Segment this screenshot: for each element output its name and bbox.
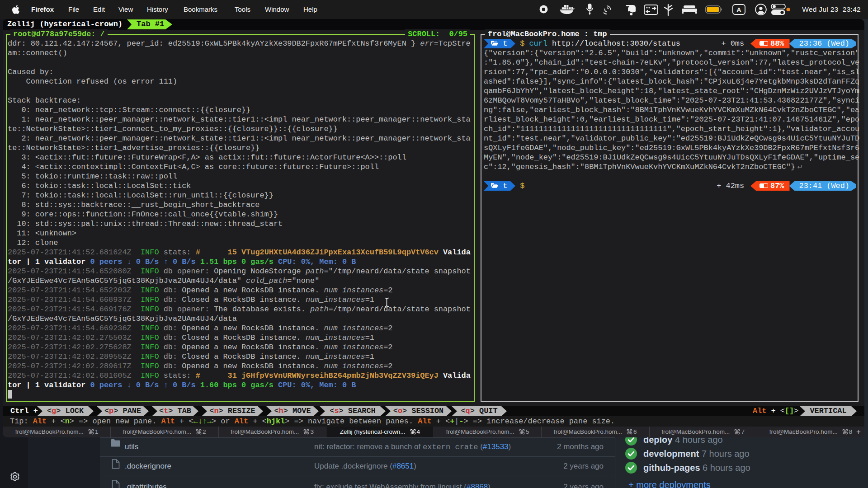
svg-text:A: A: [736, 6, 741, 14]
